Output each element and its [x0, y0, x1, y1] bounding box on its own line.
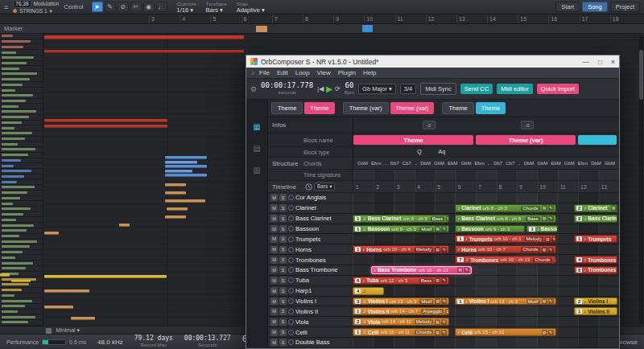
daw-track-item[interactable] [0, 304, 43, 310]
menu-item-edit[interactable]: Edit [277, 69, 288, 76]
theme-tab-1[interactable]: Theme [304, 102, 334, 114]
block-type-value[interactable]: Q [417, 149, 421, 154]
chord-value[interactable]: Ebm [474, 161, 484, 166]
daw-clip[interactable] [165, 174, 207, 177]
snap-setting[interactable]: Snap Adaptive ▾ [237, 1, 265, 14]
daw-track-item[interactable] [0, 234, 43, 240]
daw-clip[interactable] [44, 125, 167, 128]
split-tool-icon[interactable]: ✄ [130, 2, 142, 12]
clip-grid-icon[interactable]: ▤ [435, 277, 440, 283]
track-state-icon[interactable] [288, 339, 294, 345]
clip-bassoon[interactable]: 1♫Bassoonorb 9 - ch 3Motif▤✎ [353, 225, 449, 233]
clip-bass-clarinet[interactable]: 1♫Bass Clarinetorb 8 - ch 9Bass▤✎ [353, 215, 449, 223]
daw-clip[interactable] [44, 289, 89, 293]
daw-clip[interactable] [44, 50, 244, 53]
menu-item-plugin[interactable]: Plugin [338, 69, 356, 76]
solo-button[interactable]: S [279, 298, 287, 305]
send-cc-button[interactable]: Send CC [460, 84, 493, 94]
maximize-button[interactable]: □ [598, 58, 602, 66]
chord-value[interactable]: Cb7 [402, 161, 411, 166]
track-state-icon[interactable] [288, 226, 294, 232]
daw-track-item[interactable] [0, 131, 43, 137]
control-tab[interactable]: Control [64, 3, 83, 10]
chord-value[interactable]: EbM [448, 161, 457, 166]
clip-bass-clarinet[interactable]: 2♪Bass Clarinet [574, 215, 617, 223]
solo-button[interactable]: S [279, 308, 287, 315]
window-titlebar[interactable]: OrbComposer S - NR v1.5.0 - Untitled* — … [246, 55, 619, 68]
chord-value[interactable]: Cb7 [506, 161, 514, 166]
daw-track-item[interactable] [0, 137, 43, 142]
mute-button[interactable]: M [270, 215, 278, 222]
daw-track-item[interactable] [0, 250, 43, 256]
clip-grid-icon[interactable]: ▤ [611, 205, 617, 211]
selected-track-label[interactable]: STRINGS 1 [19, 8, 47, 14]
clip-grid-icon[interactable]: ▤ [435, 330, 440, 335]
pencil-tool-icon[interactable]: ✎ [105, 2, 116, 12]
daw-track-item[interactable] [0, 50, 43, 55]
blocks-view-icon[interactable]: ▦ [253, 122, 260, 131]
block-menu-icon[interactable]: -≡ [521, 121, 534, 129]
track-state-icon[interactable] [288, 309, 294, 314]
daw-clip[interactable] [71, 317, 95, 320]
solo-button[interactable]: S [279, 318, 287, 326]
clip-trombones[interactable]: 6♪Trombones [574, 266, 617, 274]
theme-tab-0[interactable]: Theme [271, 102, 303, 114]
clip-horns[interactable]: ♪Hornsorb 10 - ch 7Chords▤✎ [455, 245, 555, 253]
tempo-display[interactable]: 60 Bpm [345, 82, 354, 96]
clip-violins-ii[interactable]: 1♫Violins IIorb 14 - ch 7Arpeggio▤✎ [353, 307, 449, 315]
solo-button[interactable]: S [279, 215, 287, 222]
daw-clip[interactable] [44, 275, 167, 278]
grid-view-icon[interactable]: ▦ [45, 326, 52, 335]
daw-clip[interactable] [165, 216, 186, 219]
track-state-icon[interactable] [288, 205, 294, 211]
daw-clip[interactable] [165, 156, 207, 159]
solo-button[interactable]: S [279, 236, 287, 243]
daw-track-item[interactable] [0, 255, 43, 261]
chord-value[interactable]: .. [518, 161, 520, 166]
daw-track-item[interactable] [0, 163, 43, 169]
theme-tab-4[interactable]: Theme [442, 102, 473, 114]
daw-track-item[interactable] [0, 121, 43, 126]
daw-track-item[interactable] [0, 109, 43, 115]
daw-track-item[interactable] [0, 115, 43, 121]
block-type-value[interactable]: Aq [439, 149, 446, 154]
daw-clip[interactable] [119, 224, 130, 227]
clip-grid-icon[interactable]: ▤ [542, 330, 547, 335]
loop-button[interactable]: ⟳ [335, 85, 341, 92]
chord-value[interactable]: DbM [524, 161, 535, 166]
clip-violins-i[interactable]: 1♪Violins Iorb 13 - ch 3Motif▤✎ [455, 298, 555, 306]
daw-track-item[interactable] [0, 239, 43, 244]
clip-grid-icon[interactable]: ▤ [542, 298, 547, 304]
mute-button[interactable]: M [270, 266, 278, 273]
daw-track-item[interactable] [0, 142, 43, 147]
clip-grid-icon[interactable]: ▤ [545, 236, 551, 242]
track-state-icon[interactable] [288, 195, 294, 200]
daw-clip[interactable] [165, 170, 192, 173]
solo-button[interactable]: S [279, 225, 287, 232]
daw-clip[interactable] [44, 35, 244, 39]
daw-track-item[interactable] [0, 179, 43, 185]
daw-clip[interactable] [44, 119, 167, 122]
track-state-icon[interactable] [288, 330, 294, 335]
vertical-scrollbar[interactable] [639, 35, 643, 324]
chord-value[interactable]: .. [384, 161, 386, 166]
clip-violins-i[interactable]: 2♪Violins I [574, 298, 617, 306]
clip-bassoon[interactable]: 1♪Bassoon [526, 225, 558, 233]
instruments-view-icon[interactable]: ▤ [253, 144, 260, 153]
daw-track-item[interactable] [0, 34, 43, 39]
daw-track-item[interactable] [0, 158, 43, 164]
chord-value[interactable]: GbM [537, 161, 547, 166]
chord-value[interactable]: Db7 [493, 161, 502, 166]
mute-button[interactable]: M [270, 204, 278, 211]
daw-track-item[interactable] [0, 93, 43, 99]
daw-track-item[interactable] [0, 261, 43, 266]
daw-clip[interactable] [44, 306, 73, 309]
daw-track-item[interactable] [0, 147, 43, 153]
menu-item-help[interactable]: Help [363, 69, 376, 76]
menu-item-file[interactable]: File [259, 69, 270, 76]
marker-lane[interactable]: Marker [0, 24, 644, 34]
playhead-marker[interactable] [362, 25, 373, 32]
meter-select[interactable]: 3/4 [400, 84, 416, 94]
mute-button[interactable]: M [270, 298, 278, 305]
clip-trumpets[interactable]: 1♪Trumpets [574, 235, 617, 243]
